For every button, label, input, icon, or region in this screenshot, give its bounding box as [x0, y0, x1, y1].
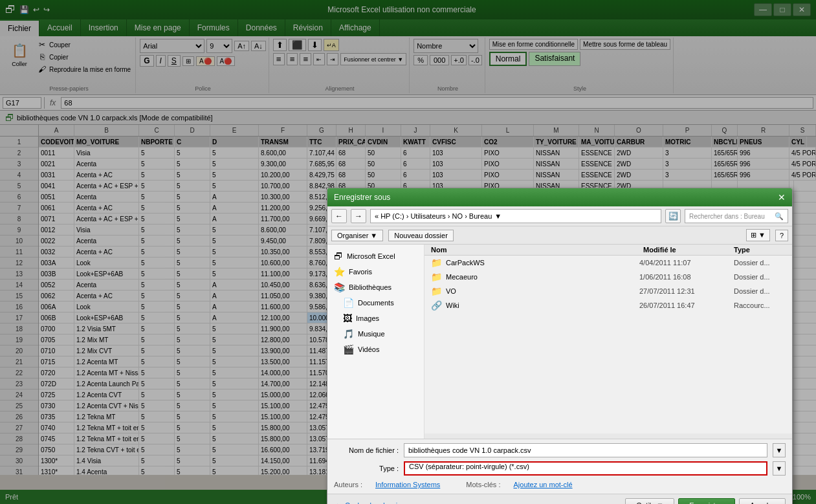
type-field-row: Type : CSV (séparateur: point-virgule) (… [334, 461, 786, 476]
view-button[interactable]: ⊞ ▼ [746, 229, 770, 241]
path-breadcrumb[interactable]: « HP (C:) › Utilisateurs › NO › Bureau ▼ [370, 209, 661, 223]
sidebar-label-favoris: Favoris [349, 268, 372, 276]
file-list-scrollbar[interactable] [425, 433, 792, 439]
type-select[interactable]: CSV (séparateur: point-virgule) (*.csv) [404, 461, 767, 476]
dialog-fields: Nom de fichier : ▼ Type : CSV (séparateu… [327, 439, 792, 494]
sidebar-item-libraries[interactable]: 📚 Bibliothèques [327, 279, 424, 295]
dialog-title-text: Enregistrer sous [334, 193, 390, 202]
music-icon: 🎵 [343, 329, 354, 339]
filename-dropdown-button[interactable]: ▼ [773, 443, 786, 457]
keywords-link[interactable]: Ajoutez un mot-clé [513, 481, 572, 488]
save-as-dialog: Enregistrer sous ✕ ← → « HP (C:) › Utili… [327, 188, 793, 504]
sidebar-item-excel[interactable]: 🗗 Microsoft Excel [327, 248, 424, 264]
file-item-name: Mecaeuro [446, 273, 635, 281]
hide-folders-label: Cacher les dossiers [345, 501, 408, 504]
star-icon: ⭐ [334, 267, 345, 277]
tools-arrow: ▼ [656, 501, 663, 504]
file-item-icon: 🔗 [431, 300, 442, 311]
sidebar-label-music: Musique [358, 330, 385, 338]
filename-label: Nom de fichier : [334, 446, 399, 454]
forward-button[interactable]: → [351, 209, 366, 223]
search-icon: 🔍 [775, 212, 784, 221]
file-item-icon: 📁 [431, 257, 442, 268]
col-header-name: Nom [431, 246, 643, 254]
file-item-type: Dossier d... [734, 287, 786, 295]
tools-button[interactable]: Outils ▼ [625, 498, 674, 504]
images-icon: 🖼 [343, 313, 352, 323]
dialog-toolbar: ← → « HP (C:) › Utilisateurs › NO › Bure… [327, 206, 792, 226]
sidebar-item-images[interactable]: 🖼 Images [327, 311, 424, 326]
file-list-item[interactable]: 📁 Mecaeuro 1/06/2011 16:08 Dossier d... [425, 270, 792, 284]
dialog-title-bar: Enregistrer sous ✕ [327, 188, 792, 206]
file-item-name: VO [446, 287, 635, 295]
file-list-item[interactable]: 📁 CarPackWS 4/04/2011 11:07 Dossier d... [425, 256, 792, 270]
library-icon: 📚 [334, 282, 345, 292]
sidebar-label-libraries: Bibliothèques [349, 283, 391, 291]
type-label: Type : [334, 465, 399, 472]
save-button[interactable]: Enregistrer [678, 498, 735, 504]
type-dropdown-button[interactable]: ▼ [773, 461, 786, 476]
file-item-type: Raccourc... [734, 301, 786, 309]
filename-input[interactable] [404, 443, 767, 457]
save-label: Enregistrer [689, 501, 724, 504]
triangle-icon: ▲ [334, 501, 341, 504]
back-button[interactable]: ← [331, 209, 347, 223]
help-button[interactable]: ? [775, 230, 788, 241]
file-item-type: Dossier d... [734, 273, 786, 281]
new-folder-button[interactable]: Nouveau dossier [388, 230, 454, 241]
sidebar-label-documents: Documents [358, 299, 394, 307]
file-list-header: Nom Modifié le Type [425, 245, 792, 256]
path-text: « HP (C:) › Utilisateurs › NO › Bureau [375, 212, 492, 220]
videos-icon: 🎬 [343, 344, 354, 355]
file-item-date: 27/07/2011 12:31 [639, 287, 730, 295]
hide-folders-button[interactable]: ▲ Cacher les dossiers [334, 501, 407, 504]
sidebar-item-documents[interactable]: 📄 Documents [327, 295, 424, 311]
authors-value[interactable]: Information Systems [375, 481, 440, 488]
file-item-date: 26/07/2011 16:47 [639, 301, 730, 309]
file-list-item[interactable]: 🔗 Wiki 26/07/2011 16:47 Raccourc... [425, 298, 792, 312]
dialog-footer: ▲ Cacher les dossiers Outils ▼ Enregistr… [327, 494, 792, 504]
col-header-type: Type [734, 246, 786, 254]
footer-buttons: Outils ▼ Enregistrer Annuler [625, 498, 786, 504]
sidebar-label-videos: Vidéos [358, 345, 379, 353]
file-list-item[interactable]: 📁 VO 27/07/2011 12:31 Dossier d... [425, 284, 792, 298]
search-box[interactable]: Rechercher dans : Bureau 🔍 [685, 209, 788, 223]
file-item-icon: 📁 [431, 286, 442, 296]
col-header-date: Modifié le [643, 246, 734, 254]
sidebar-label-excel: Microsoft Excel [347, 252, 395, 260]
keywords-label: Mots-clés : [466, 481, 500, 488]
file-item-date: 4/04/2011 11:07 [639, 259, 730, 267]
sidebar-item-music[interactable]: 🎵 Musique [327, 326, 424, 342]
tools-label: Outils [636, 501, 654, 504]
sidebar-label-images: Images [356, 314, 379, 322]
organize-button[interactable]: Organiser ▼ [331, 230, 383, 241]
doc-icon: 📄 [343, 298, 354, 308]
sidebar-item-videos[interactable]: 🎬 Vidéos [327, 342, 424, 357]
file-list-area: 📁 CarPackWS 4/04/2011 11:07 Dossier d...… [425, 256, 792, 433]
sidebar-item-favoris[interactable]: ⭐ Favoris [327, 264, 424, 279]
meta-row: Auteurs : Information Systems Mots-clés … [334, 479, 786, 490]
dialog-action-bar: Organiser ▼ Nouveau dossier ⊞ ▼ ? [327, 226, 792, 245]
excel-icon: 🗗 [334, 251, 343, 261]
dialog-close-button[interactable]: ✕ [778, 192, 786, 203]
cancel-button[interactable]: Annuler [739, 498, 786, 504]
file-item-date: 1/06/2011 16:08 [639, 273, 730, 281]
file-item-name: CarPackWS [446, 259, 635, 267]
authors-label: Auteurs : [334, 481, 362, 488]
cancel-label: Annuler [750, 501, 775, 504]
file-item-icon: 📁 [431, 272, 442, 282]
type-value: CSV (séparateur: point-virgule) (*.csv) [409, 463, 529, 470]
refresh-button[interactable]: 🔄 [665, 209, 681, 223]
file-item-name: Wiki [446, 301, 635, 309]
dialog-sidebar: 🗗 Microsoft Excel ⭐ Favoris 📚 Bibliothèq… [327, 245, 425, 439]
path-chevron: ▼ [494, 212, 502, 220]
search-placeholder: Rechercher dans : Bureau [689, 213, 765, 220]
dialog-main-area: Nom Modifié le Type 📁 CarPackWS 4/04/201… [425, 245, 792, 439]
dialog-body: 🗗 Microsoft Excel ⭐ Favoris 📚 Bibliothèq… [327, 245, 792, 439]
file-item-type: Dossier d... [734, 259, 786, 267]
filename-field-row: Nom de fichier : ▼ [334, 443, 786, 457]
